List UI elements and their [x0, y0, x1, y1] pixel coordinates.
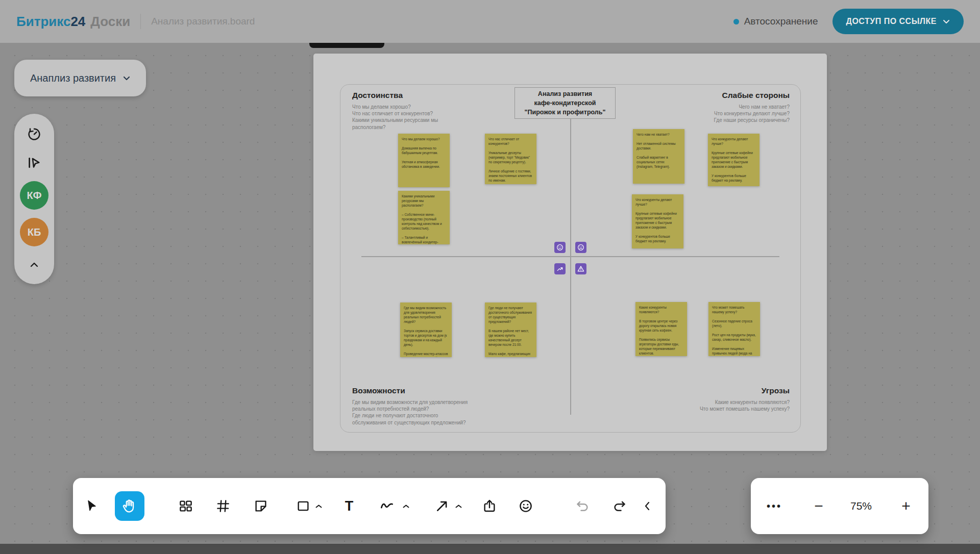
shape-tool-button[interactable] [292, 495, 314, 517]
sticky-note-weaknesses-1[interactable]: Чего нам не хватает? Нет отлаженной сист… [633, 129, 684, 184]
zoom-out-button[interactable]: − [814, 497, 823, 515]
bitrix24-logo[interactable]: Битрикс24 Доски [16, 14, 130, 30]
logo-product-text: Доски [90, 14, 130, 30]
redo-button[interactable] [608, 495, 631, 517]
chevron-up-icon [30, 262, 39, 268]
layout-grid-icon [178, 498, 193, 514]
arrow-icon [434, 498, 450, 514]
cursor-icon [85, 499, 99, 513]
top-header: Битрикс24 Доски Анализ развития.board Ав… [0, 0, 980, 43]
weaknesses-sad-badge[interactable] [575, 242, 586, 253]
collapse-collaboration-toolbar-button[interactable] [24, 255, 44, 275]
sticky-note-strengths-1[interactable]: Что мы делаем хорошо? Домашняя выпечка п… [398, 134, 450, 187]
sticky-note-strengths-2[interactable]: Что нас отличает от конкурентов? Уникаль… [485, 134, 536, 184]
threats-warning-badge[interactable] [575, 263, 586, 274]
shape-tool-menu-caret[interactable] [314, 501, 323, 511]
select-tool-button[interactable] [81, 495, 103, 517]
timer-icon [27, 127, 42, 142]
follow-cursor-icon [27, 155, 42, 170]
sad-face-icon [577, 243, 585, 251]
follow-cursor-button[interactable] [24, 153, 44, 173]
header-separator [140, 14, 141, 29]
sticky-note-opportunities-1[interactable]: Где мы видим возможность для удовлетворе… [400, 303, 452, 357]
text-tool-button[interactable]: T [338, 495, 360, 517]
share-access-button[interactable]: ДОСТУП ПО ССЫЛКЕ [832, 9, 964, 34]
app-window: Анализ развития кафе-кондитерской "Пирож… [0, 0, 980, 554]
quadrant-title-strengths: Достоинства [352, 91, 403, 100]
user-avatar-kb[interactable]: КБ [20, 218, 48, 246]
sticky-note-weaknesses-3[interactable]: Что конкуренты делают лучше? Крупные сет… [632, 194, 683, 248]
happy-face-icon [556, 243, 564, 251]
arrow-tool-menu-caret[interactable] [454, 501, 463, 511]
pen-tool-menu-caret[interactable] [401, 501, 410, 511]
redo-icon [612, 498, 627, 514]
quadrant-title-threats: Угрозы [762, 386, 790, 395]
undo-button[interactable] [571, 495, 594, 517]
warning-triangle-icon [577, 265, 585, 273]
user-avatar-kf[interactable]: КФ [20, 181, 48, 210]
emoji-tool-button[interactable] [514, 495, 537, 517]
emoji-smiley-icon [518, 498, 533, 514]
quadrant-desc-weaknesses: Чего нам не хватает? Что конкуренты дела… [714, 104, 790, 124]
tools-toolbar: T [73, 478, 666, 534]
text-tool-icon: T [345, 499, 354, 513]
autosave-dot-icon [733, 19, 739, 24]
upload-tool-button[interactable] [478, 495, 501, 517]
chevron-up-small-icon [402, 504, 410, 509]
hand-icon [121, 498, 138, 514]
timer-button[interactable] [24, 124, 44, 144]
frame-tool-button[interactable] [212, 495, 234, 517]
pen-tool-button[interactable] [376, 495, 398, 517]
quadrant-title-weaknesses: Слабые стороны [722, 91, 790, 100]
arrow-tool-button[interactable] [431, 495, 453, 517]
chevron-left-icon [642, 500, 654, 512]
more-options-icon: ••• [767, 500, 782, 512]
sticky-note-strengths-3[interactable]: Какими уникальными ресурсами мы располаг… [398, 191, 450, 244]
chevron-down-icon [123, 76, 130, 81]
trending-up-icon [556, 265, 564, 273]
logo-brand-text: Битрикс [16, 14, 70, 30]
frame-hash-icon [215, 498, 231, 514]
sticky-note-threats-2[interactable]: Что может помешать нашему успеху? Сезонн… [708, 302, 760, 356]
minus-icon: − [814, 497, 823, 515]
collaboration-toolbar: КФ КБ [14, 114, 54, 284]
opportunities-trend-badge[interactable] [554, 263, 566, 274]
autosave-status: Автосохранение [733, 16, 818, 27]
quadrant-title-opportunities: Возможности [352, 386, 405, 395]
quadrant-desc-threats: Какие конкуренты появляются? Что может п… [700, 399, 790, 412]
zoom-controls: ••• − 75% + [751, 478, 928, 534]
pen-scribble-icon [379, 498, 395, 514]
sticky-note-icon [253, 498, 268, 514]
board-title[interactable]: Анализ развития кафе-кондитерской "Пирож… [514, 87, 616, 119]
quadrant-desc-strengths: Что мы делаем хорошо? Что нас отличает о… [352, 104, 438, 131]
board-selector-label: Анаплиз развития [30, 72, 116, 84]
swot-vertical-divider [570, 95, 571, 415]
document-title: Анализ развития.board [151, 16, 255, 27]
sticky-note-threats-1[interactable]: Какие конкуренты появляются? В торговом … [635, 302, 687, 356]
sticky-note-weaknesses-2[interactable]: Что конкуренты делают лучше? Крупные сет… [708, 134, 760, 186]
upload-icon [482, 498, 497, 514]
bottom-edge-strip [0, 544, 980, 554]
sticky-note-opportunities-2[interactable]: Где люди не получают достаточного обслуж… [485, 303, 536, 357]
plus-icon: + [901, 497, 911, 515]
templates-tool-button[interactable] [175, 495, 197, 517]
strengths-smiley-badge[interactable] [554, 242, 566, 253]
chevron-down-icon [943, 19, 950, 24]
header-right: Автосохранение ДОСТУП ПО ССЫЛКЕ [733, 9, 964, 34]
hand-pan-tool-button[interactable] [115, 491, 144, 521]
sticky-note-tool-button[interactable] [250, 495, 272, 517]
zoom-level-label[interactable]: 75% [850, 500, 872, 512]
chevron-up-small-icon [455, 504, 462, 509]
share-button-label: ДОСТУП ПО ССЫЛКЕ [846, 17, 937, 26]
logo-number-text: 24 [70, 14, 85, 30]
quadrant-desc-opportunities: Где мы видим возможности для удовлетворе… [352, 399, 468, 426]
zoom-in-button[interactable]: + [901, 497, 911, 515]
autosave-label: Автосохранение [744, 16, 818, 27]
rectangle-shape-icon [296, 498, 311, 514]
undo-icon [575, 498, 590, 514]
more-options-button[interactable]: ••• [767, 500, 782, 512]
collapse-toolbar-button[interactable] [636, 495, 659, 517]
board-selector-dropdown[interactable]: Анаплиз развития [14, 60, 146, 96]
chevron-up-small-icon [315, 504, 323, 509]
